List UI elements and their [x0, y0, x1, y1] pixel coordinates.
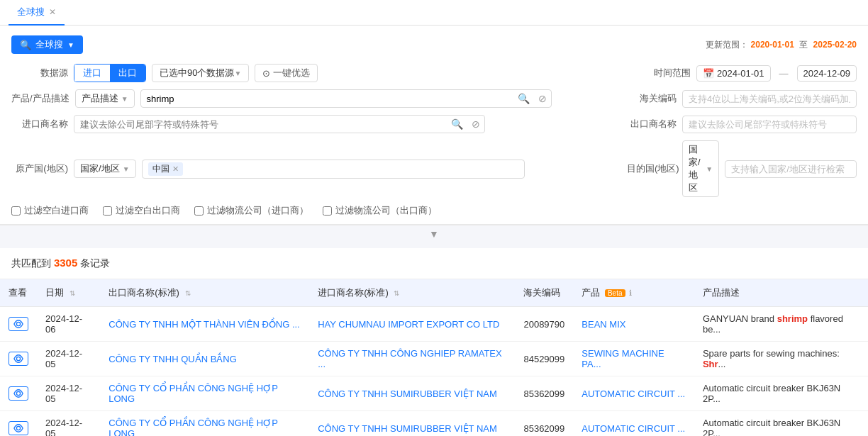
update-end: 2025-02-20: [813, 40, 857, 50]
filter-logistics-importer-checkbox[interactable]: [194, 206, 204, 216]
cell-description: Spare parts for sewing machines: Shr...: [694, 342, 868, 376]
cell-hs-code: 84529099: [515, 342, 573, 376]
time-range-label: 时间范围: [641, 67, 691, 79]
cell-importer[interactable]: CÔNG TY TNHH SUMIRUBBER VIỆT NAM: [309, 376, 515, 411]
origin-label: 原产国(地区): [11, 162, 68, 175]
date-start-input[interactable]: 📅 2024-01-01: [696, 65, 771, 82]
cell-date: 2024-12-06: [37, 307, 100, 342]
export-btn[interactable]: 出口: [110, 65, 145, 82]
cell-hs-code: 85362099: [515, 411, 573, 437]
importer-label: 进口商名称: [11, 118, 68, 130]
cell-description: GANYUAN brand shrimp flavored be...: [694, 307, 868, 342]
view-button[interactable]: [9, 421, 28, 435]
destination-label: 目的国(地区): [627, 162, 677, 175]
svg-point-0: [16, 322, 20, 325]
calendar-icon: 📅: [703, 68, 714, 79]
product-search-icon-btn[interactable]: 🔍: [513, 90, 534, 107]
cell-product[interactable]: AUTOMATIC CIRCUIT ...: [573, 376, 694, 411]
clock-icon: ⊙: [262, 68, 270, 79]
cell-importer[interactable]: CÔNG TY TNHH SUMIRUBBER VIỆT NAM: [309, 411, 515, 437]
cell-exporter[interactable]: CÔNG TY TNHH QUẦN BẮNG: [100, 342, 309, 376]
results-header: 共匹配到 3305 条记录: [0, 248, 868, 279]
destination-type-arrow: ▼: [706, 165, 713, 173]
svg-point-3: [16, 426, 20, 430]
origin-tag-close[interactable]: ✕: [172, 164, 179, 174]
col-description: 产品描述: [694, 279, 868, 307]
col-importer[interactable]: 进口商名称(标准) ⇅: [309, 279, 515, 307]
origin-country-input[interactable]: 中国 ✕: [142, 160, 525, 179]
cell-exporter[interactable]: CÔNG TY CỔ PHẦN CÔNG NGHỆ HỢP LONG: [100, 376, 309, 411]
svg-point-2: [16, 391, 20, 395]
results-count: 3305: [54, 257, 77, 269]
destination-input[interactable]: [725, 160, 857, 178]
global-search-label: 全球搜: [35, 38, 63, 51]
date-separator: —: [779, 68, 789, 79]
tab-close-icon[interactable]: ✕: [49, 7, 56, 17]
cell-product[interactable]: SEWING MACHINE PA...: [573, 342, 694, 376]
col-date[interactable]: 日期 ⇅: [37, 279, 100, 307]
datasource-dropdown[interactable]: 已选中90个数据源 ▼: [152, 64, 249, 82]
filter-empty-importer[interactable]: 过滤空白进口商: [11, 204, 89, 217]
importer-input-wrapper: 🔍 ⊘: [74, 115, 485, 133]
datasource-label: 数据源: [11, 67, 68, 79]
importer-clear-icon-btn[interactable]: ⊘: [467, 116, 484, 133]
import-export-toggle: 进口 出口: [74, 64, 146, 82]
filter-empty-importer-checkbox[interactable]: [11, 206, 21, 216]
product-label: 产品/产品描述: [11, 92, 69, 105]
results-panel: 共匹配到 3305 条记录 查看 日期 ⇅ 出口商名称(标准) ⇅ 进口商名称(…: [0, 248, 868, 436]
datasource-arrow-icon: ▼: [234, 69, 241, 77]
cell-date: 2024-12-05: [37, 342, 100, 376]
product-input[interactable]: [141, 91, 513, 107]
tab-bar: 全球搜 ✕: [0, 0, 868, 26]
origin-type-arrow: ▼: [123, 165, 130, 173]
tab-global-search[interactable]: 全球搜 ✕: [9, 0, 65, 26]
filter-empty-exporter[interactable]: 过滤空白出口商: [103, 204, 180, 217]
exporter-input[interactable]: [682, 116, 857, 133]
global-search-button[interactable]: 🔍 全球搜 ▼: [11, 35, 83, 54]
results-table: 查看 日期 ⇅ 出口商名称(标准) ⇅ 进口商名称(标准) ⇅ 海关编码 产品 …: [0, 279, 868, 436]
table-row: 2024-12-06CÔNG TY TNHH MỘT THÀNH VIÊN ĐỒ…: [0, 307, 868, 342]
cell-date: 2024-12-05: [37, 411, 100, 437]
col-hs-code: 海关编码: [515, 279, 573, 307]
product-input-wrapper: 🔍 ⊘: [140, 89, 552, 108]
cell-product[interactable]: BEAN MIX: [573, 307, 694, 342]
date-end-input[interactable]: 2024-12-09: [797, 65, 857, 82]
origin-tag: 中国 ✕: [148, 162, 183, 176]
search-panel: 🔍 全球搜 ▼ 更新范围： 2020-01-01 至 2025-02-20 数据…: [0, 26, 868, 225]
cell-importer[interactable]: HAY CHUMNAU IMPORT EXPORT CO LTD: [309, 307, 515, 342]
update-range: 更新范围： 2020-01-01 至 2025-02-20: [706, 39, 857, 51]
quick-select-button[interactable]: ⊙ 一键优选: [255, 64, 318, 82]
filter-logistics-exporter[interactable]: 过滤物流公司（出口商）: [323, 204, 437, 217]
collapse-arrow-icon: ▼: [429, 228, 439, 240]
tab-label: 全球搜: [17, 6, 45, 18]
filter-empty-exporter-checkbox[interactable]: [103, 206, 112, 216]
product-type-arrow: ▼: [121, 95, 128, 103]
view-button[interactable]: [9, 352, 28, 366]
cell-importer[interactable]: CÔNG TY TNHH CÔNG NGHIEP RAMATEX ...: [309, 342, 515, 376]
import-btn[interactable]: 进口: [74, 65, 110, 82]
view-button[interactable]: [9, 317, 28, 331]
cell-date: 2024-12-05: [37, 376, 100, 411]
filter-logistics-importer[interactable]: 过滤物流公司（进口商）: [194, 204, 308, 217]
svg-point-1: [16, 357, 20, 360]
importer-input[interactable]: [74, 116, 447, 133]
cell-exporter[interactable]: CÔNG TY TNHH MỘT THÀNH VIÊN ĐỒNG ...: [100, 307, 309, 342]
filter-checkboxes: 过滤空白进口商 过滤空白出口商 过滤物流公司（进口商） 过滤物流公司（出口商）: [11, 204, 857, 217]
dropdown-arrow-icon: ▼: [67, 41, 74, 49]
product-type-select[interactable]: 产品描述 ▼: [75, 89, 135, 108]
exporter-label: 出口商名称: [627, 118, 677, 130]
cell-exporter[interactable]: CÔNG TY CỔ PHẦN CÔNG NGHỆ HỢP LONG: [100, 411, 309, 437]
product-clear-icon-btn[interactable]: ⊘: [534, 90, 551, 107]
table-row: 2024-12-05CÔNG TY CỔ PHẦN CÔNG NGHỆ HỢP …: [0, 411, 868, 437]
table-row: 2024-12-05CÔNG TY CỔ PHẦN CÔNG NGHỆ HỢP …: [0, 376, 868, 411]
cell-description: Automatic circuit breaker BKJ63N 2P...: [694, 376, 868, 411]
view-button[interactable]: [9, 386, 28, 401]
collapse-row[interactable]: ▼: [0, 225, 868, 242]
hs-code-input[interactable]: [682, 90, 857, 108]
filter-logistics-exporter-checkbox[interactable]: [323, 206, 332, 216]
origin-type-select[interactable]: 国家/地区 ▼: [74, 160, 136, 178]
cell-product[interactable]: AUTOMATIC CIRCUIT ...: [573, 411, 694, 437]
destination-type-select[interactable]: 国家/地区 ▼: [682, 140, 719, 197]
importer-search-icon-btn[interactable]: 🔍: [447, 116, 467, 133]
col-exporter[interactable]: 出口商名称(标准) ⇅: [100, 279, 309, 307]
